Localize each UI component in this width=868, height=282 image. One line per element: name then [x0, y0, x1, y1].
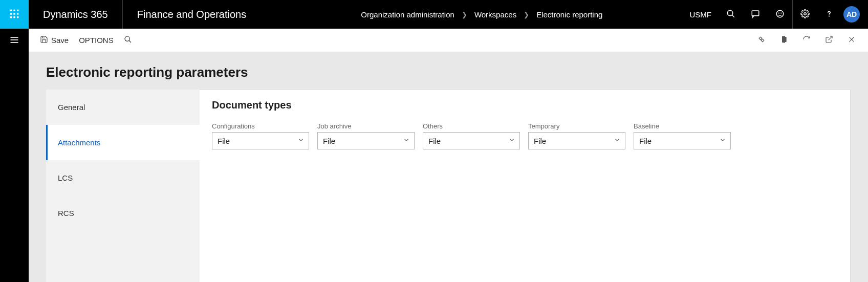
svg-rect-6 — [10, 16, 12, 18]
svg-line-21 — [129, 40, 131, 42]
save-button[interactable]: Save — [35, 32, 74, 48]
main-area: Save OPTIONS — [0, 29, 868, 282]
field-others: Others File — [423, 122, 520, 149]
svg-rect-2 — [17, 9, 18, 11]
svg-rect-0 — [10, 9, 12, 11]
parameters-panel: General Attachments LCS RCS Document typ… — [29, 90, 868, 282]
chevron-down-icon — [508, 137, 515, 145]
svg-point-20 — [125, 36, 129, 41]
save-label: Save — [51, 36, 69, 45]
chat-icon — [751, 9, 760, 20]
svg-line-10 — [732, 15, 734, 17]
select-value: File — [428, 137, 441, 145]
refresh-button[interactable] — [796, 29, 817, 52]
svg-rect-22 — [759, 37, 762, 40]
section-title: Document types — [212, 99, 838, 111]
tab-attachments[interactable]: Attachments — [46, 125, 200, 160]
office-button[interactable] — [774, 29, 794, 52]
svg-point-13 — [778, 13, 779, 13]
field-label: Temporary — [528, 122, 625, 130]
action-bar-right — [751, 29, 862, 52]
select-value: File — [534, 137, 546, 145]
popout-icon — [825, 35, 833, 45]
select-value: File — [218, 137, 230, 145]
gear-icon — [800, 9, 810, 20]
content-area: Save OPTIONS — [29, 29, 868, 282]
chevron-down-icon — [719, 137, 726, 145]
search-icon — [124, 35, 132, 45]
waffle-icon — [9, 9, 19, 20]
tabs-column: General Attachments LCS RCS — [46, 90, 200, 282]
action-bar: Save OPTIONS — [29, 29, 868, 52]
field-label: Others — [423, 122, 520, 130]
top-header: Dynamics 365 Finance and Operations Orga… — [0, 0, 868, 29]
help-icon — [824, 9, 834, 20]
chevron-down-icon — [403, 137, 410, 145]
svg-rect-3 — [10, 13, 12, 14]
close-button[interactable] — [841, 29, 862, 52]
svg-point-12 — [776, 10, 784, 17]
configurations-select[interactable]: File — [212, 132, 309, 149]
app-launcher-button[interactable] — [0, 0, 29, 29]
svg-rect-7 — [13, 16, 15, 18]
smiley-icon — [775, 9, 785, 20]
toolbar-search-button[interactable] — [119, 32, 137, 48]
close-icon — [848, 35, 856, 45]
extension-button[interactable] — [751, 29, 772, 52]
select-value: File — [323, 137, 335, 145]
temporary-select[interactable]: File — [528, 132, 625, 149]
settings-button[interactable] — [792, 0, 817, 29]
nav-toggle-button[interactable] — [0, 29, 29, 52]
svg-point-16 — [829, 16, 830, 16]
feedback-button[interactable] — [768, 0, 792, 29]
breadcrumb-item[interactable]: Workspaces — [474, 10, 516, 19]
chevron-right-icon: ❯ — [459, 11, 470, 18]
panel-content: Document types Configurations File Job a… — [200, 90, 851, 282]
messages-button[interactable] — [743, 0, 768, 29]
others-select[interactable]: File — [423, 132, 520, 149]
breadcrumb-item[interactable]: Electronic reporting — [536, 10, 602, 19]
baseline-select[interactable]: File — [634, 132, 731, 149]
brand-label[interactable]: Dynamics 365 — [29, 0, 123, 29]
svg-rect-4 — [13, 13, 15, 14]
field-temporary: Temporary File — [528, 122, 625, 149]
field-label: Baseline — [634, 122, 731, 130]
page-title: Electronic reporting parameters — [29, 52, 868, 90]
svg-line-24 — [829, 36, 832, 40]
chevron-down-icon — [297, 137, 305, 145]
save-icon — [40, 35, 48, 45]
chevron-right-icon: ❯ — [520, 11, 532, 18]
refresh-icon — [802, 35, 811, 45]
field-baseline: Baseline File — [634, 122, 731, 149]
help-button[interactable] — [817, 0, 841, 29]
popout-button[interactable] — [819, 29, 839, 52]
options-label: OPTIONS — [79, 36, 114, 45]
tab-rcs[interactable]: RCS — [46, 196, 200, 231]
field-label: Configurations — [212, 122, 309, 130]
job-archive-select[interactable]: File — [317, 132, 415, 149]
nav-rail — [0, 29, 29, 282]
svg-rect-8 — [17, 16, 18, 18]
app-title[interactable]: Finance and Operations — [123, 0, 261, 29]
svg-rect-11 — [752, 11, 759, 16]
field-configurations: Configurations File — [212, 122, 309, 149]
chevron-down-icon — [614, 137, 621, 145]
header-right-controls: USMF AD — [683, 0, 869, 29]
office-icon — [780, 35, 788, 45]
svg-rect-5 — [17, 13, 18, 14]
field-job-archive: Job archive File — [317, 122, 415, 149]
svg-rect-23 — [761, 39, 764, 42]
user-avatar[interactable]: AD — [843, 6, 860, 23]
tab-general[interactable]: General — [46, 90, 200, 125]
options-button[interactable]: OPTIONS — [74, 33, 119, 48]
select-value: File — [639, 137, 652, 145]
fields-row: Configurations File Job archive File — [212, 122, 838, 149]
tab-lcs[interactable]: LCS — [46, 160, 200, 196]
diamond-icon — [757, 35, 766, 45]
hamburger-icon — [9, 35, 19, 47]
svg-rect-1 — [13, 9, 15, 11]
search-button[interactable] — [719, 0, 743, 29]
company-selector[interactable]: USMF — [683, 10, 719, 19]
svg-point-9 — [727, 10, 733, 16]
breadcrumb-item[interactable]: Organization administration — [361, 10, 454, 19]
